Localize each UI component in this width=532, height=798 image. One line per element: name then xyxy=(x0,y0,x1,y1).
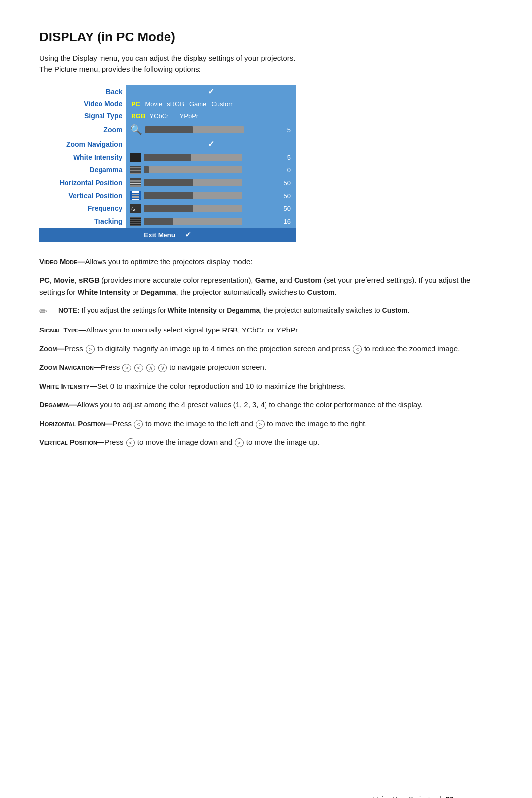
zoom-nav-label: Zoom Navigation xyxy=(39,137,126,151)
note-box: ✏ NOTE: If you adjust the settings for W… xyxy=(39,305,493,317)
freq-icon: ∿ xyxy=(130,204,141,213)
horiz-slider xyxy=(130,178,272,187)
vp-fill xyxy=(144,192,193,199)
intro-text: Using the Display menu, you can adjust t… xyxy=(39,53,493,75)
signal-ypbpr: YPbPr xyxy=(172,112,198,120)
menu-row-frequency: Frequency ∿ 50 xyxy=(39,202,296,215)
wi-ref: White Intensity xyxy=(78,288,131,296)
footer: Using Your Projector | 27 xyxy=(373,795,453,798)
vm-game: Game xyxy=(189,100,206,108)
term-video-mode: Video Mode— xyxy=(39,257,85,266)
desc-zoom: Zoom—Press > to digitally magnify an ima… xyxy=(39,343,493,355)
vm-srgb: sRGB xyxy=(167,100,184,108)
znav-btn-4: ∨ xyxy=(158,364,167,372)
term-zoom: Zoom— xyxy=(39,344,64,353)
vm-movie: Movie xyxy=(145,100,163,108)
wi-fill xyxy=(144,154,191,161)
vp-btn-up: > xyxy=(235,438,244,447)
signal-type-label: Signal Type xyxy=(39,110,126,122)
vm-game-bold: Game xyxy=(255,276,276,284)
vm-srgb-bold: sRGB xyxy=(79,276,100,284)
term-zoom-nav: Zoom Navigation— xyxy=(39,363,101,371)
footer-separator: | xyxy=(440,795,442,798)
zoom-label: Zoom xyxy=(39,122,126,137)
menu-row-white-intensity: White Intensity 5 xyxy=(39,151,296,164)
white-intensity-value: 5 xyxy=(276,151,296,164)
note-custom: Custom xyxy=(382,306,408,314)
svg-rect-3 xyxy=(132,191,139,193)
wi-track xyxy=(144,154,242,161)
signal-options: RGB YCbCr YPbPr xyxy=(131,112,291,120)
horiz-pos-value: 50 xyxy=(276,176,296,189)
frequency-label: Frequency xyxy=(39,202,126,215)
menu-row-exit: Exit Menu ✓ xyxy=(39,228,296,242)
zoom-value: 5 xyxy=(276,122,296,137)
vp-btn-down: < xyxy=(126,438,135,447)
svg-rect-2 xyxy=(130,185,141,187)
exit-checkmark: ✓ xyxy=(185,231,191,239)
hp-btn-right: > xyxy=(256,420,265,429)
vm-custom-bold: Custom xyxy=(294,276,322,284)
frequency-value: 50 xyxy=(276,202,296,215)
note-text: NOTE: If you adjust the settings for Whi… xyxy=(58,305,410,316)
desc-zoom-nav: Zoom Navigation—Press > < ∧ ∨ to navigat… xyxy=(39,362,493,373)
horiz-icon xyxy=(130,178,141,187)
desc-horiz-pos: Horizontal Position—Press < to move the … xyxy=(39,418,493,430)
term-vert-pos: Vertical Position— xyxy=(39,438,104,446)
back-label: Back xyxy=(39,85,126,98)
zoom-slider: 🔍 xyxy=(130,124,272,135)
term-white-intensity: White Intensity— xyxy=(39,382,97,390)
menu-row-video-mode: Video Mode PC Movie sRGB Game Custom xyxy=(39,98,296,110)
hp-track xyxy=(144,179,242,186)
dg-track xyxy=(144,166,242,173)
tracking-value: 16 xyxy=(276,215,296,228)
vert-slider xyxy=(130,191,272,200)
desc-video-mode-detail: PC, Movie, sRGB (provides more accurate … xyxy=(39,274,493,298)
menu-row-zoom-nav: Zoom Navigation ✓ xyxy=(39,137,296,151)
svg-text:∿: ∿ xyxy=(131,205,136,213)
zoom-track xyxy=(145,126,244,133)
note-wi: White Intensity xyxy=(168,306,217,314)
note-icon: ✏ xyxy=(39,305,53,317)
menu-table-wrapper: Back ✓ Video Mode PC Movie sRGB Game Cus… xyxy=(39,85,493,242)
menu-row-back: Back ✓ xyxy=(39,85,296,98)
term-degamma: Degamma— xyxy=(39,400,77,409)
dg-fill xyxy=(144,166,149,173)
vm-movie-bold: Movie xyxy=(54,276,75,284)
desc-video-mode: Video Mode—Allows you to optimize the pr… xyxy=(39,256,493,267)
svg-rect-4 xyxy=(132,194,139,195)
hp-fill xyxy=(144,179,193,186)
white-intensity-label: White Intensity xyxy=(39,151,126,164)
footer-text: Using Your Projector xyxy=(373,795,436,798)
white-intensity-slider xyxy=(130,153,272,162)
znav-btn-3: ∧ xyxy=(146,364,155,372)
exit-label: Exit Menu xyxy=(144,232,175,239)
tracking-label: Tracking xyxy=(39,215,126,228)
signal-rgb: RGB xyxy=(131,112,145,120)
menu-row-zoom: Zoom 🔍 5 xyxy=(39,122,296,137)
tr-track xyxy=(144,218,242,225)
svg-rect-5 xyxy=(132,196,139,198)
degamma-slider xyxy=(130,166,272,174)
degamma-label: Degamma xyxy=(39,164,126,176)
page-wrapper: DISPLAY (in PC Mode) Using the Display m… xyxy=(39,30,493,798)
signal-ycbcr: YCbCr xyxy=(149,112,168,120)
vert-pos-label: Vertical Position xyxy=(39,189,126,202)
hp-btn-left: < xyxy=(134,420,143,429)
menu-table: Back ✓ Video Mode PC Movie sRGB Game Cus… xyxy=(39,85,296,242)
menu-row-vert-pos: Vertical Position 50 xyxy=(39,189,296,202)
dg-ref: Degamma xyxy=(141,288,176,296)
desc-degamma: Degamma—Allows you to adjust among the 4… xyxy=(39,399,493,411)
vert-pos-value: 50 xyxy=(276,189,296,202)
svg-rect-6 xyxy=(132,199,139,200)
svg-rect-1 xyxy=(130,183,141,184)
footer-page: 27 xyxy=(445,795,453,798)
desc-section: Video Mode—Allows you to optimize the pr… xyxy=(39,256,493,448)
menu-row-tracking: Tracking 16 xyxy=(39,215,296,228)
desc-white-intensity: White Intensity—Set 0 to maximize the co… xyxy=(39,380,493,392)
vp-track xyxy=(144,192,242,199)
note-label: NOTE: xyxy=(58,306,80,314)
term-signal-type: Signal Type— xyxy=(39,326,86,334)
degamma-icon xyxy=(130,166,141,174)
svg-rect-0 xyxy=(130,180,141,182)
